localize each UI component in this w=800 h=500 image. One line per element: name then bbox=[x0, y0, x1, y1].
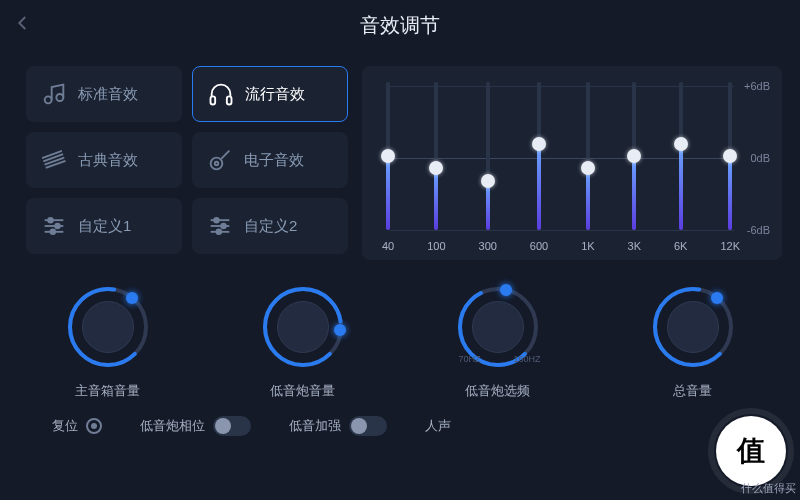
knob-label: 主音箱音量 bbox=[75, 382, 140, 400]
preset-label: 自定义2 bbox=[244, 217, 297, 236]
eq-slider-40[interactable] bbox=[386, 82, 390, 230]
preset-label: 自定义1 bbox=[78, 217, 131, 236]
subwoofer-phase-item[interactable]: 低音炮相位 bbox=[140, 416, 251, 436]
eq-freq-label: 100 bbox=[427, 240, 445, 252]
watermark-subtitle: 什么值得买 bbox=[741, 481, 796, 496]
svg-point-17 bbox=[217, 230, 222, 235]
bass-boost-item[interactable]: 低音加强 bbox=[289, 416, 387, 436]
piano-icon bbox=[40, 146, 68, 174]
preset-label: 标准音效 bbox=[78, 85, 138, 104]
eq-slider-6K[interactable] bbox=[679, 82, 683, 230]
knob-2[interactable]: 70HZ160HZ bbox=[453, 282, 543, 372]
bass-boost-label: 低音加强 bbox=[289, 417, 341, 435]
svg-point-1 bbox=[56, 94, 63, 101]
eq-freq-label: 600 bbox=[530, 240, 548, 252]
sliders-icon bbox=[40, 212, 68, 240]
back-icon[interactable] bbox=[14, 14, 32, 36]
preset-label: 古典音效 bbox=[78, 151, 138, 170]
preset-classical[interactable]: 古典音效 bbox=[26, 132, 182, 188]
preset-electronic[interactable]: 电子音效 bbox=[192, 132, 348, 188]
eq-freq-label: 12K bbox=[720, 240, 740, 252]
svg-point-5 bbox=[215, 162, 219, 166]
eq-slider-100[interactable] bbox=[434, 82, 438, 230]
knob-1[interactable] bbox=[258, 282, 348, 372]
svg-point-11 bbox=[51, 230, 56, 235]
reset-item[interactable]: 复位 bbox=[52, 417, 102, 435]
preset-custom2[interactable]: 自定义2 bbox=[192, 198, 348, 254]
svg-point-16 bbox=[221, 224, 226, 229]
phase-label: 低音炮相位 bbox=[140, 417, 205, 435]
eq-freq-label: 6K bbox=[674, 240, 687, 252]
eq-freq-label: 40 bbox=[382, 240, 394, 252]
bass-boost-toggle[interactable] bbox=[349, 416, 387, 436]
knob-label: 低音炮音量 bbox=[270, 382, 335, 400]
svg-rect-2 bbox=[211, 96, 216, 104]
page-title: 音效调节 bbox=[360, 12, 440, 39]
db-plus-label: +6dB bbox=[744, 80, 770, 92]
watermark-badge: 值 bbox=[716, 416, 786, 486]
vocal-label: 人声 bbox=[425, 417, 451, 435]
headphones-icon bbox=[207, 80, 235, 108]
knob-3[interactable] bbox=[648, 282, 738, 372]
eq-slider-3K[interactable] bbox=[632, 82, 636, 230]
svg-rect-3 bbox=[227, 96, 232, 104]
knob-0[interactable] bbox=[63, 282, 153, 372]
eq-slider-300[interactable] bbox=[486, 82, 490, 230]
note-icon bbox=[40, 80, 68, 108]
reset-label: 复位 bbox=[52, 417, 78, 435]
preset-standard[interactable]: 标准音效 bbox=[26, 66, 182, 122]
svg-point-15 bbox=[214, 218, 219, 223]
phase-toggle[interactable] bbox=[213, 416, 251, 436]
svg-point-9 bbox=[48, 218, 53, 223]
eq-slider-12K[interactable] bbox=[728, 82, 732, 230]
eq-freq-label: 1K bbox=[581, 240, 594, 252]
guitar-icon bbox=[206, 146, 234, 174]
eq-slider-600[interactable] bbox=[537, 82, 541, 230]
eq-freq-label: 3K bbox=[628, 240, 641, 252]
knob-label: 低音炮选频 bbox=[465, 382, 530, 400]
reset-radio[interactable] bbox=[86, 418, 102, 434]
eq-slider-1K[interactable] bbox=[586, 82, 590, 230]
preset-label: 流行音效 bbox=[245, 85, 305, 104]
equalizer-panel: +6dB 0dB -6dB 40 100 300 600 1K bbox=[362, 66, 782, 260]
preset-pop[interactable]: 流行音效 bbox=[192, 66, 348, 122]
sliders-icon bbox=[206, 212, 234, 240]
bottom-toggles: 复位 低音炮相位 低音加强 人声 bbox=[0, 400, 800, 436]
svg-point-4 bbox=[211, 158, 223, 170]
eq-freq-label: 300 bbox=[479, 240, 497, 252]
preset-custom1[interactable]: 自定义1 bbox=[26, 198, 182, 254]
preset-grid: 标准音效 流行音效 古典音效 电子音效 自定义1 bbox=[26, 66, 348, 260]
watermark-char: 值 bbox=[737, 432, 765, 470]
svg-point-0 bbox=[45, 96, 52, 103]
knob-label: 总音量 bbox=[673, 382, 712, 400]
svg-point-10 bbox=[55, 224, 60, 229]
vocal-item[interactable]: 人声 bbox=[425, 417, 451, 435]
preset-label: 电子音效 bbox=[244, 151, 304, 170]
db-zero-label: 0dB bbox=[750, 152, 770, 164]
db-minus-label: -6dB bbox=[747, 224, 770, 236]
